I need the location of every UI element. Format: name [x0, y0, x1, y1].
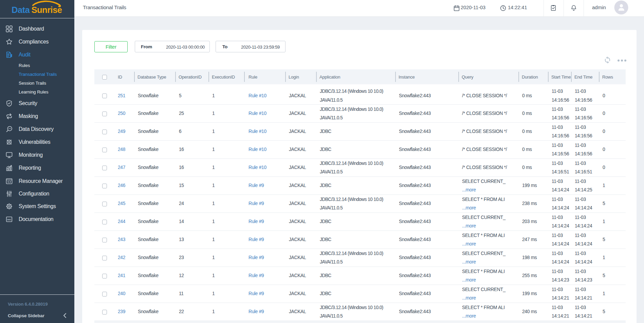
svg-text:DOC: DOC [7, 219, 11, 221]
svg-text:Data: Data [12, 5, 30, 15]
svg-text:Sunrise: Sunrise [32, 5, 62, 15]
